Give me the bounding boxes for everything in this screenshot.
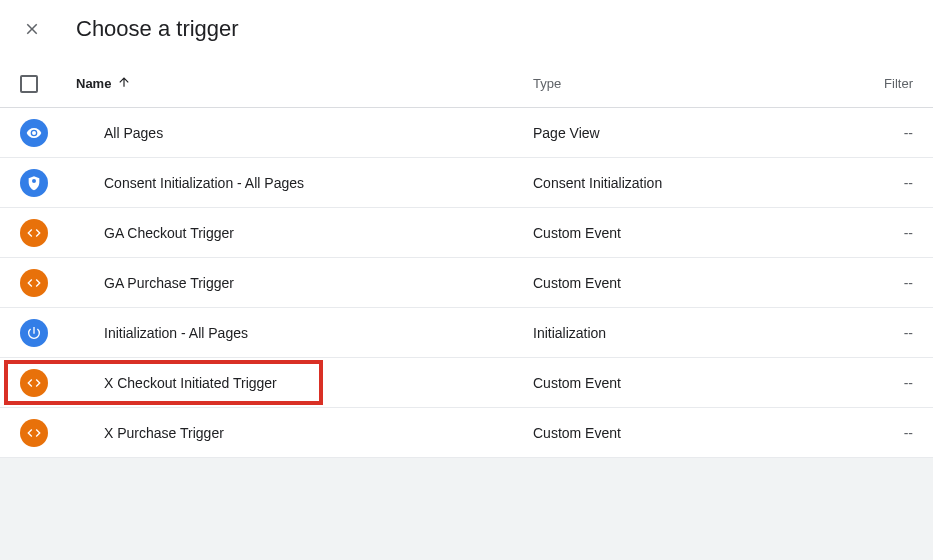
trigger-name: Initialization - All Pages xyxy=(76,325,533,341)
column-header-filter-label: Filter xyxy=(884,76,913,91)
trigger-filter: -- xyxy=(863,275,913,291)
page-title: Choose a trigger xyxy=(76,16,239,42)
trigger-filter: -- xyxy=(863,125,913,141)
table-row[interactable]: X Purchase TriggerCustom Event-- xyxy=(0,408,933,458)
code-icon xyxy=(20,369,48,397)
table-row[interactable]: All PagesPage View-- xyxy=(0,108,933,158)
trigger-name: X Purchase Trigger xyxy=(76,425,533,441)
table-row[interactable]: Consent Initialization - All PagesConsen… xyxy=(0,158,933,208)
trigger-filter: -- xyxy=(863,325,913,341)
trigger-type: Custom Event xyxy=(533,225,863,241)
trigger-type: Consent Initialization xyxy=(533,175,863,191)
column-header-name-label: Name xyxy=(76,76,111,91)
trigger-filter: -- xyxy=(863,225,913,241)
code-icon xyxy=(20,269,48,297)
row-icon-cell xyxy=(20,269,76,297)
trigger-type: Initialization xyxy=(533,325,863,341)
trigger-table: Name Type Filter All PagesPage View--Con… xyxy=(0,60,933,458)
sort-ascending-icon xyxy=(117,75,131,92)
trigger-filter: -- xyxy=(863,425,913,441)
trigger-filter: -- xyxy=(863,175,913,191)
trigger-name: X Checkout Initiated Trigger xyxy=(76,375,533,391)
table-row[interactable]: GA Checkout TriggerCustom Event-- xyxy=(0,208,933,258)
code-icon xyxy=(20,219,48,247)
column-header-filter[interactable]: Filter xyxy=(863,76,913,91)
table-row[interactable]: Initialization - All PagesInitialization… xyxy=(0,308,933,358)
trigger-filter: -- xyxy=(863,375,913,391)
table-row[interactable]: X Checkout Initiated TriggerCustom Event… xyxy=(0,358,933,408)
row-icon-cell xyxy=(20,369,76,397)
trigger-type: Page View xyxy=(533,125,863,141)
column-header-name[interactable]: Name xyxy=(76,75,533,92)
select-all-checkbox[interactable] xyxy=(20,75,38,93)
power-icon xyxy=(20,319,48,347)
trigger-type: Custom Event xyxy=(533,425,863,441)
table-row[interactable]: GA Purchase TriggerCustom Event-- xyxy=(0,258,933,308)
shield-icon xyxy=(20,169,48,197)
row-icon-cell xyxy=(20,419,76,447)
trigger-name: All Pages xyxy=(76,125,533,141)
column-header-type-label: Type xyxy=(533,76,561,91)
trigger-name: Consent Initialization - All Pages xyxy=(76,175,533,191)
header-checkbox-cell xyxy=(20,75,76,93)
close-button[interactable] xyxy=(20,17,44,41)
trigger-type: Custom Event xyxy=(533,275,863,291)
row-icon-cell xyxy=(20,169,76,197)
table-body: All PagesPage View--Consent Initializati… xyxy=(0,108,933,458)
panel-header: Choose a trigger xyxy=(0,0,933,60)
trigger-name: GA Checkout Trigger xyxy=(76,225,533,241)
table-header-row: Name Type Filter xyxy=(0,60,933,108)
trigger-picker-panel: Choose a trigger Name Type Filter All Pa… xyxy=(0,0,933,458)
code-icon xyxy=(20,419,48,447)
trigger-type: Custom Event xyxy=(533,375,863,391)
row-icon-cell xyxy=(20,219,76,247)
trigger-name: GA Purchase Trigger xyxy=(76,275,533,291)
close-icon xyxy=(23,20,41,38)
row-icon-cell xyxy=(20,319,76,347)
row-icon-cell xyxy=(20,119,76,147)
eye-icon xyxy=(20,119,48,147)
column-header-type[interactable]: Type xyxy=(533,76,863,91)
